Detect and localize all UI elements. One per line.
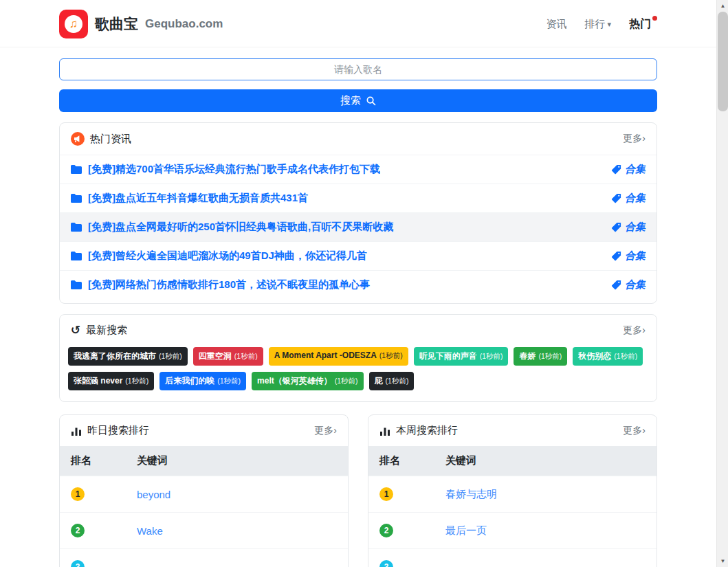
collection-tag-link[interactable]: 合集 bbox=[611, 163, 646, 176]
rank-column-header: 排名 bbox=[368, 446, 434, 476]
news-item[interactable]: [免费]曾经火遍全国迪吧溜冰场的49首DJ神曲，你还记得几首 合集 bbox=[60, 241, 657, 270]
keyword-column-header: 关键词 bbox=[434, 446, 657, 476]
collection-tag-label: 合集 bbox=[625, 278, 646, 291]
week-rank-title-group: 本周搜索排行 bbox=[379, 424, 458, 437]
news-item[interactable]: [免费]盘点近五年抖音爆红歌曲无损音质共431首 合集 bbox=[60, 184, 657, 212]
news-item[interactable]: [免费]盘点全网最好听的250首怀旧经典粤语歌曲,百听不厌果断收藏 合集 bbox=[60, 212, 657, 241]
recent-search-badge[interactable]: 后来我们的唉 (1秒前) bbox=[159, 372, 246, 390]
recent-search-badge[interactable]: 四重空洞 (1秒前) bbox=[193, 347, 263, 366]
news-link[interactable]: [免费]盘点全网最好听的250首怀旧经典粤语歌曲,百听不厌果断收藏 bbox=[71, 221, 393, 234]
folder-icon bbox=[71, 280, 82, 289]
recent-search-badge[interactable]: melt（银河英雄传） (1秒前) bbox=[252, 372, 364, 390]
scroll-up-arrow-icon[interactable]: ▲ bbox=[717, 0, 728, 12]
nav-hot-label: 热门 bbox=[629, 17, 651, 32]
bar-chart-icon bbox=[379, 425, 390, 436]
news-link[interactable]: [免费]盘点近五年抖音爆红歌曲无损音质共431首 bbox=[71, 192, 308, 205]
collection-tag-link[interactable]: 合集 bbox=[611, 278, 646, 291]
badge-text: 春娇 bbox=[519, 351, 536, 362]
scrollbar-thumb[interactable] bbox=[718, 12, 728, 111]
rank-badge: 3 bbox=[379, 560, 393, 567]
rank-badge: 3 bbox=[71, 560, 85, 567]
badge-time: (1秒前) bbox=[386, 377, 409, 386]
news-link[interactable]: [免费]曾经火遍全国迪吧溜冰场的49首DJ神曲，你还记得几首 bbox=[71, 249, 367, 263]
badge-time: (1秒前) bbox=[480, 352, 503, 362]
nav-hot-link[interactable]: 热门 bbox=[629, 17, 657, 32]
tag-icon bbox=[611, 222, 621, 232]
recent-search-badge[interactable]: 春娇 (1秒前) bbox=[514, 347, 567, 366]
rank-badge: 1 bbox=[71, 487, 85, 501]
news-link[interactable]: [免费]精选700首华语乐坛经典流行热门歌手成名代表作打包下载 bbox=[71, 163, 380, 176]
recent-search-badge[interactable]: 我逃离了你所在的城市 (1秒前) bbox=[68, 347, 188, 366]
collection-tag-link[interactable]: 合集 bbox=[611, 221, 646, 234]
folder-icon bbox=[71, 165, 82, 174]
rank-column-header: 排名 bbox=[60, 446, 126, 476]
nav-news-link[interactable]: 资讯 bbox=[546, 18, 566, 31]
collection-tag-link[interactable]: 合集 bbox=[611, 249, 646, 263]
latest-search-card: ↺ 最新搜索 更多› 我逃离了你所在的城市 (1秒前) 四重空洞 (1秒前) bbox=[59, 314, 657, 402]
scroll-down-arrow-icon[interactable]: ▼ bbox=[717, 555, 728, 567]
yesterday-rank-title-group: 昨日搜索排行 bbox=[71, 424, 149, 437]
badge-text: melt（银河英雄传） bbox=[257, 375, 332, 387]
news-link[interactable]: [免费]网络热门伤感情歌排行180首，述说不眠夜里的孤单心事 bbox=[71, 278, 370, 291]
latest-search-badges: 我逃离了你所在的城市 (1秒前) 四重空洞 (1秒前) A Moment Apa… bbox=[60, 346, 657, 401]
badge-time: (1秒前) bbox=[234, 352, 258, 362]
week-rank-title: 本周搜索排行 bbox=[396, 424, 458, 437]
site-domain: Gequbao.com bbox=[145, 17, 223, 31]
yesterday-rank-title: 昨日搜索排行 bbox=[87, 424, 149, 437]
recent-search-badge[interactable]: 秋伤别恋 (1秒前) bbox=[573, 347, 643, 366]
rank-row: 2 最后一页 bbox=[368, 513, 657, 549]
week-rank-table: 排名 关键词 1 春娇与志明 2 最后一页 bbox=[368, 446, 657, 567]
badge-time: (1秒前) bbox=[159, 352, 182, 362]
folder-icon bbox=[71, 223, 82, 232]
latest-search-more-link[interactable]: 更多› bbox=[623, 324, 646, 337]
week-rank-more-link[interactable]: 更多› bbox=[623, 425, 646, 437]
rank-row: 1 beyond bbox=[60, 476, 348, 513]
hot-news-title-group: 热门资讯 bbox=[71, 132, 131, 146]
hot-news-header: 热门资讯 更多› bbox=[60, 123, 657, 155]
news-item[interactable]: [免费]精选700首华语乐坛经典流行热门歌手成名代表作打包下载 合集 bbox=[60, 155, 657, 184]
nav-rank-link[interactable]: 排行 ▾ bbox=[584, 18, 611, 31]
yesterday-rank-more-link[interactable]: 更多› bbox=[314, 425, 337, 437]
latest-search-title-group: ↺ 最新搜索 bbox=[71, 324, 127, 337]
collection-tag-label: 合集 bbox=[625, 221, 646, 234]
brand-home-link[interactable]: ♫ 歌曲宝 Gequbao.com bbox=[59, 10, 223, 38]
keyword-link[interactable]: Wake bbox=[137, 525, 163, 537]
caret-down-icon: ▾ bbox=[607, 20, 611, 29]
tag-icon bbox=[611, 280, 621, 290]
scrollbar[interactable]: ▲ ▼ bbox=[716, 0, 728, 567]
badge-time: (1秒前) bbox=[125, 377, 148, 386]
megaphone-icon bbox=[71, 132, 85, 146]
folder-icon bbox=[71, 252, 82, 260]
hot-news-card: 热门资讯 更多› [免费]精选700首华语乐坛经典流行热门歌手成名代表作打包下载 bbox=[59, 122, 657, 304]
hot-news-title: 热门资讯 bbox=[90, 133, 131, 146]
badge-text: 秋伤别恋 bbox=[578, 351, 611, 362]
collection-tag-link[interactable]: 合集 bbox=[611, 192, 646, 205]
tag-icon bbox=[611, 193, 621, 203]
search-icon bbox=[366, 96, 376, 106]
keyword-link[interactable]: 最后一页 bbox=[445, 524, 487, 536]
news-title: [免费]曾经火遍全国迪吧溜冰场的49首DJ神曲，你还记得几首 bbox=[88, 249, 367, 263]
rank-table-header-row: 排名 关键词 bbox=[60, 446, 348, 476]
tag-icon bbox=[611, 164, 621, 175]
search-input[interactable] bbox=[59, 58, 657, 80]
bar-chart-icon bbox=[71, 425, 82, 436]
keyword-link[interactable]: 春娇与志明 bbox=[445, 488, 497, 500]
site-name: 歌曲宝 bbox=[95, 14, 138, 34]
recent-search-badge[interactable]: A Moment Apart -ODESZA (1秒前) bbox=[269, 347, 408, 366]
recent-search-badge[interactable]: 听见下雨的声音 (1秒前) bbox=[414, 347, 509, 366]
keyword-link[interactable]: beyond bbox=[137, 489, 170, 500]
nav-rank-label: 排行 bbox=[584, 18, 605, 31]
hot-news-more-link[interactable]: 更多› bbox=[623, 133, 646, 145]
badge-time: (1秒前) bbox=[217, 377, 241, 386]
recent-search-badge[interactable]: 屁 (1秒前) bbox=[369, 372, 415, 390]
collection-tag-label: 合集 bbox=[625, 192, 646, 205]
news-item[interactable]: [免费]网络热门伤感情歌排行180首，述说不眠夜里的孤单心事 合集 bbox=[60, 270, 657, 299]
recent-search-badge[interactable]: 张韶涵 never (1秒前) bbox=[68, 372, 154, 390]
collection-tag-label: 合集 bbox=[625, 163, 646, 176]
tag-icon bbox=[611, 251, 621, 261]
week-rank-card: 本周搜索排行 更多› 排名 关键词 1 春娇与志明 bbox=[368, 414, 657, 567]
top-nav: 资讯 排行 ▾ 热门 bbox=[546, 17, 657, 32]
search-button[interactable]: 搜索 bbox=[59, 89, 657, 112]
badge-text: 张韶涵 never bbox=[74, 375, 122, 387]
rank-row: 3 bbox=[368, 549, 657, 567]
